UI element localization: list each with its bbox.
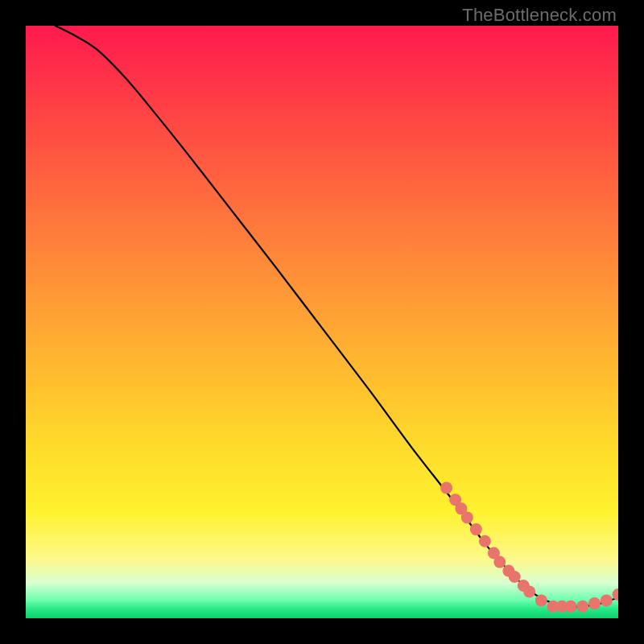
marker-dot — [509, 571, 521, 583]
chart-frame: TheBottleneck.com — [0, 0, 644, 644]
marker-dot — [440, 482, 452, 494]
marker-dot — [565, 601, 577, 613]
highlighted-points — [440, 482, 618, 613]
marker-dot — [479, 535, 491, 547]
bottleneck-curve — [56, 26, 618, 607]
marker-dot — [493, 556, 506, 568]
chart-svg — [26, 26, 618, 618]
plot-area — [26, 26, 618, 618]
watermark-text: TheBottleneck.com — [462, 5, 617, 26]
marker-dot — [576, 601, 588, 613]
marker-dot — [523, 585, 535, 597]
marker-dot — [601, 594, 613, 606]
marker-dot — [470, 523, 482, 535]
marker-dot — [588, 597, 601, 609]
marker-dot — [461, 511, 473, 523]
marker-dot — [535, 594, 547, 606]
